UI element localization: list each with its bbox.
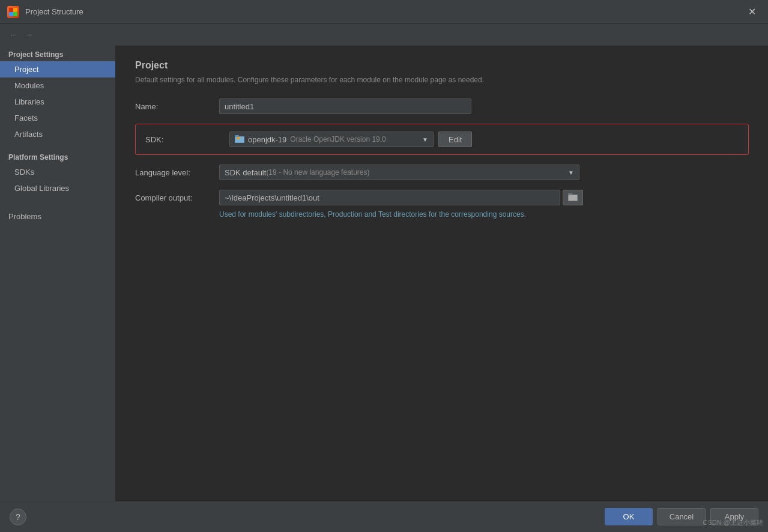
nav-arrows: ← → — [0, 24, 768, 46]
title-bar: Project Structure ✕ — [0, 0, 768, 24]
sdk-dropdown-content: openjdk-19 Oracle OpenJDK version 19.0 — [235, 135, 420, 145]
sdk-name: openjdk-19 — [248, 135, 286, 144]
svg-rect-10 — [569, 195, 577, 201]
back-arrow[interactable]: ← — [7, 29, 19, 41]
svg-rect-3 — [13, 12, 17, 16]
sdk-container: SDK: openjdk-19 Oracle OpenJDK version 1… — [135, 124, 749, 155]
help-button[interactable]: ? — [10, 509, 26, 525]
language-level-row: Language level: SDK default (19 - No new… — [135, 165, 749, 180]
sidebar-item-problems[interactable]: Problems — [0, 208, 115, 225]
sidebar-item-sdks[interactable]: SDKs — [0, 164, 115, 180]
folder-icon — [568, 193, 578, 203]
lang-sdk-default: SDK default — [225, 168, 266, 177]
compiler-output-input[interactable] — [219, 190, 560, 205]
language-level-dropdown[interactable]: SDK default (19 - No new language featur… — [219, 165, 579, 180]
apply-button[interactable]: Apply — [710, 508, 758, 525]
cancel-button[interactable]: Cancel — [658, 508, 706, 525]
content-title: Project — [135, 60, 749, 71]
platform-settings-header: Platform Settings — [0, 148, 115, 164]
compiler-output-label: Compiler output: — [135, 193, 219, 202]
window-title: Project Structure — [25, 7, 83, 16]
bottom-bar: ? OK Cancel Apply — [0, 501, 768, 532]
name-input[interactable] — [219, 98, 471, 114]
sidebar-item-global-libraries[interactable]: Global Libraries — [0, 180, 115, 196]
ok-button[interactable]: OK — [605, 508, 653, 525]
content-description: Default settings for all modules. Config… — [135, 76, 749, 84]
title-bar-left: Project Structure — [7, 6, 83, 18]
sidebar-item-artifacts[interactable]: Artifacts — [0, 126, 115, 142]
sidebar-item-facets[interactable]: Facets — [0, 110, 115, 126]
app-icon — [7, 6, 19, 18]
sdk-chevron-icon: ▼ — [422, 136, 428, 143]
sdk-dropdown[interactable]: openjdk-19 Oracle OpenJDK version 19.0 ▼ — [229, 131, 434, 147]
lang-chevron-icon: ▼ — [568, 169, 574, 176]
compiler-input-wrapper — [219, 190, 583, 205]
svg-rect-2 — [9, 12, 13, 16]
name-label: Name: — [135, 102, 219, 111]
compiler-browse-button[interactable] — [563, 190, 583, 205]
compiler-output-row: Compiler output: — [135, 190, 749, 205]
sdk-edit-button[interactable]: Edit — [438, 131, 472, 147]
main-layout: Project Settings Project Modules Librari… — [0, 46, 768, 501]
close-button[interactable]: ✕ — [743, 4, 761, 20]
lang-sdk-detail: (19 - No new language features) — [266, 168, 369, 177]
forward-arrow[interactable]: → — [23, 29, 35, 41]
project-settings-header: Project Settings — [0, 46, 115, 61]
lang-dropdown-content: SDK default (19 - No new language featur… — [225, 168, 369, 177]
sidebar-item-project[interactable]: Project — [0, 61, 115, 77]
sidebar-item-modules[interactable]: Modules — [0, 77, 115, 94]
svg-rect-1 — [13, 8, 17, 12]
sidebar: Project Settings Project Modules Librari… — [0, 46, 116, 501]
compiler-hint: Used for modules' subdirectories, Produc… — [135, 210, 749, 219]
svg-rect-0 — [9, 8, 13, 12]
content-area: Project Default settings for all modules… — [116, 46, 768, 501]
sidebar-item-libraries[interactable]: Libraries — [0, 94, 115, 110]
language-level-label: Language level: — [135, 168, 219, 177]
sdk-folder-icon — [235, 135, 244, 145]
sdk-version-text: Oracle OpenJDK version 19.0 — [290, 135, 386, 144]
sdk-label: SDK: — [145, 135, 229, 144]
name-row: Name: — [135, 98, 749, 114]
svg-rect-7 — [237, 137, 240, 139]
